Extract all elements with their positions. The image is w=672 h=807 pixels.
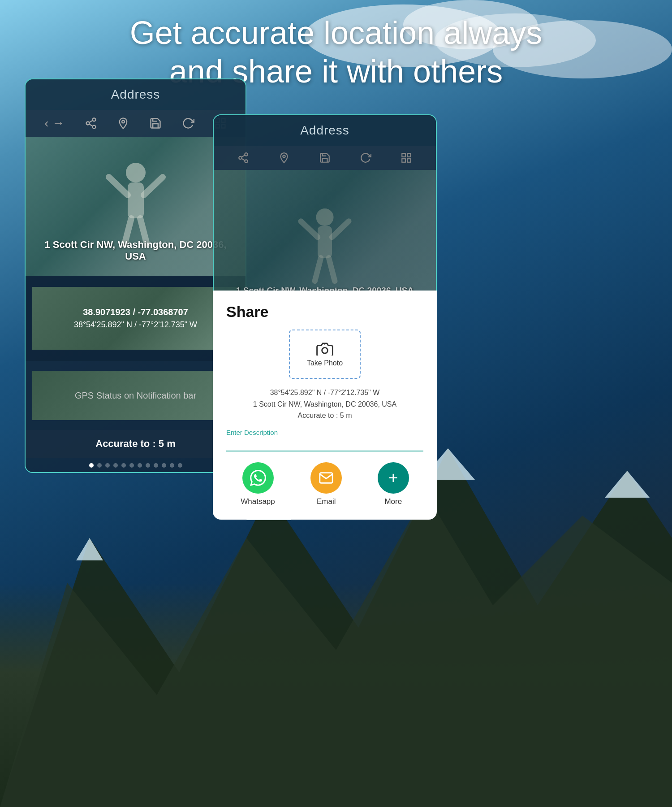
svg-line-38 <box>301 221 318 237</box>
description-input[interactable] <box>226 438 423 451</box>
svg-line-23 <box>144 177 163 195</box>
svg-point-12 <box>92 126 95 129</box>
svg-rect-32 <box>402 153 406 157</box>
coords-decimal: 38.9071923 / -77.0368707 <box>83 307 188 317</box>
share-buttons-row: Whatsapp Email + More <box>226 462 423 506</box>
grid-icon-front[interactable] <box>401 152 412 164</box>
dot-5[interactable] <box>129 463 134 468</box>
svg-line-13 <box>89 124 93 126</box>
dot-3[interactable] <box>113 463 118 468</box>
share-address: 1 Scott Cir NW, Washington, DC 20036, US… <box>226 399 423 410</box>
svg-point-27 <box>239 156 242 160</box>
svg-rect-33 <box>408 153 411 157</box>
svg-rect-37 <box>318 226 332 258</box>
svg-line-14 <box>89 121 93 123</box>
card-front-image: 1 Scott Cir NW, Washington, DC 20036, US… <box>214 170 436 309</box>
share-icon-back[interactable] <box>85 117 97 130</box>
svg-rect-34 <box>408 159 411 162</box>
dot-2[interactable] <box>105 463 110 468</box>
svg-line-29 <box>241 159 245 161</box>
take-photo-button[interactable]: + Take Photo <box>289 330 361 379</box>
svg-line-22 <box>109 177 128 195</box>
svg-text:+: + <box>323 342 326 347</box>
more-plus-icon: + <box>388 470 398 486</box>
email-button[interactable]: Email <box>310 462 342 506</box>
dot-0[interactable] <box>89 463 94 468</box>
svg-point-15 <box>122 121 125 123</box>
refresh-icon-front[interactable] <box>360 152 371 164</box>
dot-9[interactable] <box>162 463 166 468</box>
accuracy-text: Accurate to : 5 m <box>95 438 176 449</box>
headline-line1: Get accurate location always <box>27 13 645 52</box>
svg-line-40 <box>315 258 321 281</box>
card-front-toolbar <box>214 146 436 170</box>
share-icon[interactable]: ‹ → <box>44 116 65 130</box>
email-label: Email <box>317 497 336 506</box>
refresh-icon-back[interactable] <box>182 117 194 130</box>
svg-rect-21 <box>128 182 144 218</box>
description-label: Enter Description <box>226 429 423 436</box>
share-dialog: Share + Take Photo 38°54'25.892" N / -77… <box>213 291 437 520</box>
share-title: Share <box>226 303 423 321</box>
svg-line-41 <box>329 258 335 281</box>
svg-point-31 <box>283 155 285 157</box>
gps-status-text: GPS Status on Notification bar <box>75 390 196 401</box>
coords-dms: 38°54'25.892" N / -77°2'12.735" W <box>74 320 197 330</box>
share-icon-front[interactable] <box>237 152 249 164</box>
background-bottom <box>0 583 672 807</box>
more-label: More <box>384 497 402 506</box>
more-button[interactable]: + More <box>378 462 409 506</box>
svg-point-42 <box>322 347 328 353</box>
card-front-title: Address <box>214 115 436 146</box>
dot-4[interactable] <box>121 463 126 468</box>
more-icon-circle: + <box>378 462 409 494</box>
svg-point-26 <box>245 153 248 156</box>
email-icon <box>319 470 334 486</box>
whatsapp-icon <box>250 470 266 486</box>
dot-8[interactable] <box>154 463 158 468</box>
svg-point-36 <box>316 208 333 226</box>
dot-10[interactable] <box>170 463 174 468</box>
dot-7[interactable] <box>146 463 150 468</box>
svg-line-39 <box>332 221 349 237</box>
dot-11[interactable] <box>178 463 182 468</box>
card-back-title: Address <box>26 79 246 110</box>
location-icon-back[interactable] <box>117 117 129 130</box>
svg-point-11 <box>86 122 89 125</box>
share-location-info: 38°54'25.892" N / -77°2'12.735" W 1 Scot… <box>226 387 423 421</box>
save-icon-front[interactable] <box>319 152 331 164</box>
svg-point-10 <box>92 118 95 121</box>
location-icon-front[interactable] <box>278 152 290 164</box>
share-accuracy: Accurate to : 5 m <box>226 410 423 421</box>
svg-point-20 <box>126 163 146 182</box>
dot-1[interactable] <box>97 463 102 468</box>
whatsapp-button[interactable]: Whatsapp <box>241 462 275 506</box>
whatsapp-label: Whatsapp <box>241 497 275 506</box>
svg-line-30 <box>241 155 245 157</box>
camera-icon: + <box>316 341 333 356</box>
take-photo-label: Take Photo <box>307 359 343 367</box>
share-coords: 38°54'25.892" N / -77°2'12.735" W <box>226 387 423 399</box>
svg-point-28 <box>245 160 248 163</box>
svg-rect-35 <box>402 159 406 162</box>
whatsapp-icon-circle <box>242 462 274 494</box>
email-icon-circle <box>310 462 342 494</box>
save-icon-back[interactable] <box>149 117 162 130</box>
dot-6[interactable] <box>138 463 142 468</box>
